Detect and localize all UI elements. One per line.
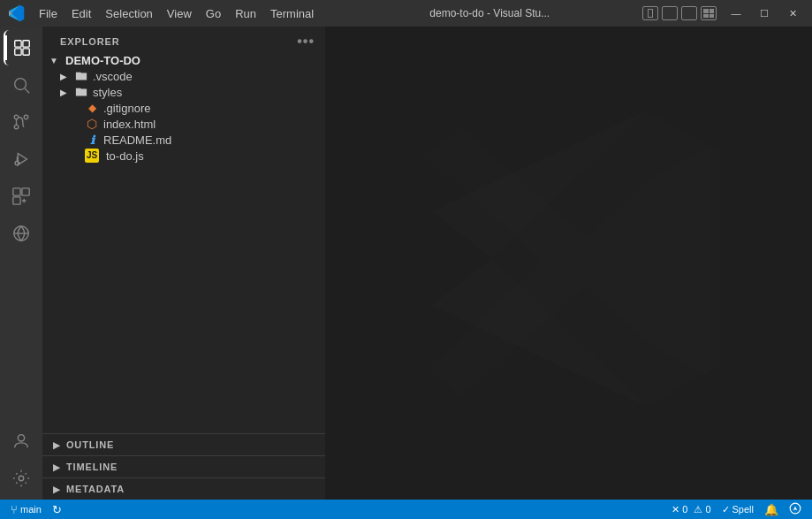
extensions-activity-icon[interactable] [4, 179, 39, 214]
tree-item-todo-js[interactable]: ▶ JS to-do.js [42, 148, 325, 164]
notification-status-item[interactable]: 🔔 [759, 500, 784, 519]
layout-toggle-1[interactable] [642, 6, 658, 20]
explorer-more-actions[interactable]: ••• [297, 34, 315, 50]
svg-point-7 [14, 115, 19, 119]
readme-label: README.md [103, 134, 171, 147]
layout-toggle-2[interactable] [662, 6, 678, 20]
tree-item-index-html[interactable]: ▶ ⬡ index.html [42, 116, 325, 132]
root-chevron: ▼ [49, 56, 64, 65]
branch-label: main [20, 504, 42, 515]
outline-panel-header[interactable]: ▶ OUTLINE [42, 434, 325, 455]
warning-icon: ⚠ [694, 504, 702, 515]
menu-terminal[interactable]: Terminal [263, 5, 321, 22]
indexhtml-chevron: ▶ [71, 119, 85, 129]
todojs-icon: JS [85, 149, 99, 163]
folder-icon-styles [74, 85, 88, 99]
warning-count: 0 [705, 504, 710, 515]
outline-chevron: ▶ [53, 440, 61, 450]
sync-status-item[interactable]: ↻ [47, 500, 67, 519]
spell-label: Spell [732, 504, 754, 515]
indexhtml-label: index.html [103, 118, 156, 131]
gitignore-icon: ◆ [85, 101, 99, 115]
todojs-label: to-do.js [106, 149, 144, 163]
maximize-button[interactable]: ☐ [752, 4, 777, 22]
metadata-chevron: ▶ [53, 485, 61, 494]
window-title: demo-to-do - Visual Stu... [338, 7, 643, 19]
styles-chevron: ▶ [60, 88, 74, 97]
window-controls: — ☐ ✕ [724, 4, 805, 22]
svg-rect-2 [23, 41, 29, 47]
vscode-label: .vscode [93, 70, 133, 83]
remote-icon [789, 502, 801, 517]
close-button[interactable]: ✕ [780, 4, 805, 22]
remote-status-item[interactable] [784, 500, 807, 519]
sync-icon: ↻ [52, 503, 62, 516]
activity-bar [0, 27, 42, 500]
search-activity-icon[interactable] [4, 67, 39, 103]
metadata-panel: ▶ METADATA [42, 477, 325, 500]
readme-chevron: ▶ [71, 135, 85, 145]
explorer-header: EXPLORER ••• [42, 27, 325, 53]
explorer-activity-icon[interactable] [4, 30, 39, 65]
gitignore-chevron: ▶ [71, 103, 85, 113]
svg-rect-3 [15, 49, 21, 55]
readme-icon: ℹ [85, 133, 99, 147]
menu-run[interactable]: Run [228, 5, 263, 22]
styles-label: styles [93, 86, 122, 99]
menu-view[interactable]: View [160, 5, 199, 22]
svg-point-9 [24, 115, 28, 119]
menu-file[interactable]: File [32, 5, 65, 22]
branch-icon: ⑂ [11, 503, 18, 516]
accounts-activity-icon[interactable] [4, 424, 39, 459]
explorer-label: EXPLORER [60, 36, 120, 47]
svg-rect-4 [23, 49, 29, 55]
indexhtml-icon: ⬡ [85, 117, 99, 131]
menu-edit[interactable]: Edit [65, 5, 98, 22]
svg-rect-16 [13, 197, 20, 204]
metadata-panel-header[interactable]: ▶ METADATA [42, 478, 325, 500]
svg-rect-1 [15, 41, 21, 47]
layout-toggle-3[interactable] [681, 6, 697, 20]
root-label: DEMO-TO-DO [65, 54, 140, 67]
svg-rect-14 [13, 188, 20, 195]
vscode-watermark [401, 94, 737, 432]
outline-panel: ▶ OUTLINE [42, 433, 325, 455]
titlebar: File Edit Selection View Go Run Terminal… [0, 0, 812, 27]
tree-item-styles[interactable]: ▶ styles [42, 84, 325, 100]
minimize-button[interactable]: — [724, 4, 748, 22]
spell-status-item[interactable]: ✓ Spell [717, 500, 759, 519]
errors-status-item[interactable]: ✕ 0 ⚠ 0 [666, 500, 716, 519]
branch-status-item[interactable]: ⑂ main [5, 500, 47, 519]
timeline-chevron: ▶ [53, 462, 61, 472]
svg-rect-15 [22, 188, 29, 195]
outline-label: OUTLINE [66, 439, 114, 450]
error-icon: ✕ [672, 504, 679, 515]
tree-item-readme[interactable]: ▶ ℹ README.md [42, 132, 325, 148]
tree-item-gitignore[interactable]: ▶ ◆ .gitignore [42, 100, 325, 116]
svg-point-20 [19, 476, 24, 481]
menu-go[interactable]: Go [199, 5, 228, 22]
statusbar: ⑂ main ↻ ✕ 0 ⚠ 0 ✓ Spell 🔔 [0, 500, 812, 519]
editor-area[interactable] [325, 27, 812, 500]
tree-item-root[interactable]: ▼ DEMO-TO-DO [42, 53, 325, 68]
file-tree: ▼ DEMO-TO-DO ▶ .vscode ▶ styles [42, 53, 325, 433]
svg-point-8 [14, 125, 19, 129]
remote-explorer-activity-icon[interactable] [4, 216, 39, 251]
svg-line-6 [25, 88, 29, 93]
main-row: EXPLORER ••• ▼ DEMO-TO-DO ▶ .vscode ▶ [0, 27, 812, 500]
vscode-chevron: ▶ [60, 72, 74, 81]
timeline-panel-header[interactable]: ▶ TIMELINE [42, 456, 325, 477]
layout-toggle-4[interactable] [701, 6, 717, 20]
run-debug-activity-icon[interactable] [4, 141, 39, 177]
menu-bar: File Edit Selection View Go Run Terminal [32, 5, 338, 22]
menu-selection[interactable]: Selection [98, 5, 159, 22]
source-control-activity-icon[interactable] [4, 104, 39, 140]
error-count: 0 [682, 504, 687, 515]
notification-icon: 🔔 [764, 503, 778, 516]
tree-item-vscode[interactable]: ▶ .vscode [42, 68, 325, 84]
svg-point-19 [18, 435, 24, 441]
spell-checkmark-icon: ✓ [722, 504, 730, 515]
timeline-label: TIMELINE [66, 462, 118, 472]
vscode-logo [7, 4, 25, 22]
settings-activity-icon[interactable] [4, 461, 39, 496]
